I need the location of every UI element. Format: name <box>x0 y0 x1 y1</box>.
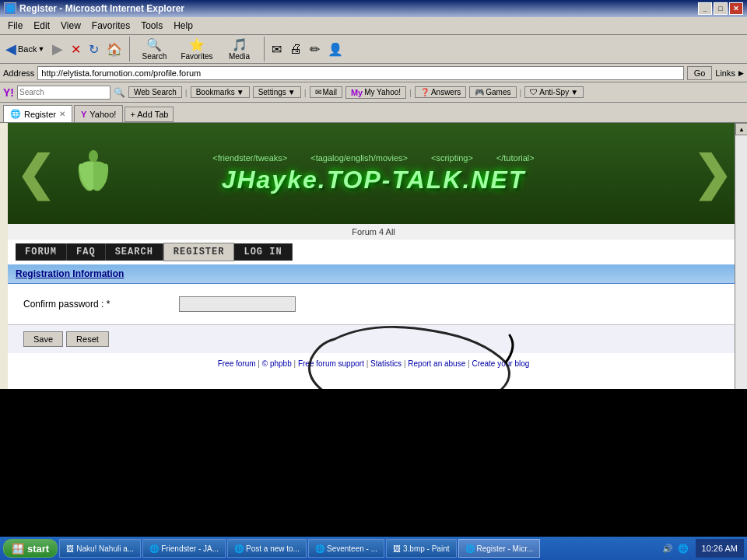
links-dropdown-icon[interactable]: ▶ <box>738 69 744 77</box>
save-button[interactable]: Save <box>23 331 63 347</box>
minimize-button[interactable]: _ <box>698 2 712 15</box>
settings-dropdown-icon[interactable]: ▼ <box>288 88 296 96</box>
task-1-label: Friendster - JA... <box>161 544 219 553</box>
refresh-icon: ↻ <box>89 42 99 57</box>
my-yahoo-button[interactable]: My My Yahoo! <box>345 86 406 99</box>
pipe-separator-2: | <box>304 88 307 97</box>
title-bar: 🌐 Register - Microsoft Internet Explorer… <box>0 0 747 17</box>
forward-button[interactable]: ▶ <box>50 38 65 60</box>
mail-button[interactable]: ✉ <box>269 40 284 59</box>
tab-register[interactable]: 🌐 Register ✕ <box>3 105 72 122</box>
taskbar-task-4[interactable]: 🖼 3.bmp - Paint <box>386 539 456 558</box>
stop-icon: ✕ <box>71 42 81 57</box>
bookmarks-button[interactable]: Bookmarks ▼ <box>191 86 250 98</box>
tab-register-close-icon[interactable]: ✕ <box>59 110 65 118</box>
footer-support[interactable]: Free forum support <box>298 359 364 368</box>
confirm-password-input[interactable] <box>179 296 296 312</box>
footer-create-blog[interactable]: Create your blog <box>472 359 529 368</box>
answers-label: Answers <box>431 88 461 96</box>
footer-free-forum[interactable]: Free forum <box>218 359 256 368</box>
games-button[interactable]: 🎮 Games <box>469 86 516 98</box>
taskbar-task-3[interactable]: 🌐 Seventeen - ... <box>308 539 384 558</box>
mail-envelope-icon: ✉ <box>315 88 321 96</box>
close-button[interactable]: ✕ <box>729 2 743 15</box>
anti-spy-button[interactable]: 🛡 Anti-Spy ▼ <box>524 86 584 98</box>
taskbar-task-5[interactable]: 🌐 Register - Micr... <box>458 539 541 558</box>
confirm-password-label: Confirm password : * <box>23 299 179 310</box>
home-button[interactable]: 🏠 <box>104 40 124 59</box>
task-1-icon: 🌐 <box>149 544 159 553</box>
nav-faq[interactable]: FAQ <box>67 243 106 261</box>
footer-report-abuse[interactable]: Report an abuse <box>408 359 465 368</box>
search-label: Search <box>142 52 167 61</box>
anti-spy-dropdown-icon[interactable]: ▼ <box>570 88 578 96</box>
forward-icon: ▶ <box>52 40 63 58</box>
media-button[interactable]: 🎵 Media <box>220 35 259 63</box>
taskbar-task-2[interactable]: 🌐 Post a new to... <box>227 539 307 558</box>
answers-icon: ❓ <box>420 88 430 96</box>
reset-button[interactable]: Reset <box>66 331 109 347</box>
my-yahoo-icon: My <box>351 88 363 97</box>
banner-link-tutorial[interactable]: </tutorial> <box>496 153 535 163</box>
task-5-label: Register - Micr... <box>477 544 534 553</box>
answers-button[interactable]: ❓ Answers <box>415 86 466 98</box>
maximize-button[interactable]: □ <box>714 2 728 15</box>
nav-login[interactable]: LOG IN <box>234 243 292 261</box>
window-controls: _ □ ✕ <box>698 2 743 15</box>
back-button[interactable]: ◀ Back ▼ <box>3 38 47 60</box>
favorites-button[interactable]: ⭐ Favorites <box>177 35 216 63</box>
taskbar: 🪟 start 🖼 Naku! Nahuli a... 🌐 Friendster… <box>0 537 747 560</box>
menu-tools[interactable]: Tools <box>136 19 167 33</box>
confirm-password-row: Confirm password : * <box>23 292 724 317</box>
menu-help[interactable]: Help <box>169 19 198 33</box>
menu-favorites[interactable]: Favorites <box>87 19 135 33</box>
back-dropdown-icon[interactable]: ▼ <box>37 45 44 53</box>
games-label: Games <box>486 88 510 96</box>
apple-logo <box>70 146 117 201</box>
footer-phpbb[interactable]: © phpbb <box>262 359 292 368</box>
nav-forum[interactable]: FORUM <box>16 243 67 261</box>
svg-point-0 <box>89 150 98 163</box>
search-button[interactable]: 🔍 Search <box>135 35 174 63</box>
yahoo-search-input[interactable] <box>17 86 110 100</box>
menu-file[interactable]: File <box>3 19 27 33</box>
edit-button[interactable]: ✏ <box>307 40 322 59</box>
web-search-button[interactable]: Web Search <box>128 86 182 98</box>
start-label: start <box>27 543 49 555</box>
title-bar-left: 🌐 Register - Microsoft Internet Explorer <box>4 2 184 15</box>
banner-right-arrow-icon: ❯ <box>693 146 731 201</box>
nav-search[interactable]: SEARCH <box>106 243 163 261</box>
scroll-up-button[interactable]: ▲ <box>735 123 747 135</box>
taskbar-right: 🔊 🌐 10:26 AM <box>661 539 744 558</box>
nav-register[interactable]: register <box>163 243 235 261</box>
url-input[interactable] <box>40 68 681 78</box>
banner-link-scripting[interactable]: <scripting> <box>431 153 473 163</box>
taskbar-task-1[interactable]: 🌐 Friendster - JA... <box>142 539 226 558</box>
taskbar-task-0[interactable]: 🖼 Naku! Nahuli a... <box>59 539 141 558</box>
banner-link-tagalog[interactable]: <tagalog/english/movies> <box>310 153 408 163</box>
messenger-button[interactable]: 👤 <box>325 40 345 59</box>
tab-yahoo[interactable]: Y Yahoo! <box>74 105 123 122</box>
add-tab-button[interactable]: + Add Tab <box>124 107 174 122</box>
task-3-label: Seventeen - ... <box>327 544 377 553</box>
settings-button[interactable]: Settings ▼ <box>253 86 301 98</box>
nav-menu: FORUM FAQ SEARCH register LOG IN <box>8 240 739 264</box>
anti-spy-icon: 🛡 <box>530 88 538 96</box>
menu-edit[interactable]: Edit <box>29 19 54 33</box>
my-yahoo-label: My Yahoo! <box>364 88 401 96</box>
refresh-button[interactable]: ↻ <box>86 40 101 59</box>
menu-view[interactable]: View <box>56 19 86 33</box>
footer-statistics[interactable]: Statistics <box>370 359 402 368</box>
bookmarks-dropdown-icon[interactable]: ▼ <box>237 88 244 96</box>
go-button[interactable]: Go <box>687 66 713 80</box>
tab-yahoo-label: Yahoo! <box>89 110 116 119</box>
tray-icon-1: 🔊 <box>661 542 674 555</box>
yahoo-mail-button[interactable]: ✉ Mail <box>310 86 342 98</box>
print-button[interactable]: 🖨 <box>287 40 304 58</box>
address-label: Address <box>3 68 34 78</box>
start-button[interactable]: 🪟 start <box>3 539 58 558</box>
window-title: Register - Microsoft Internet Explorer <box>19 3 184 14</box>
banner-link-friendster[interactable]: <friendster/tweaks> <box>212 153 287 163</box>
stop-button[interactable]: ✕ <box>68 40 83 59</box>
pipe-separator-3: | <box>409 88 412 97</box>
